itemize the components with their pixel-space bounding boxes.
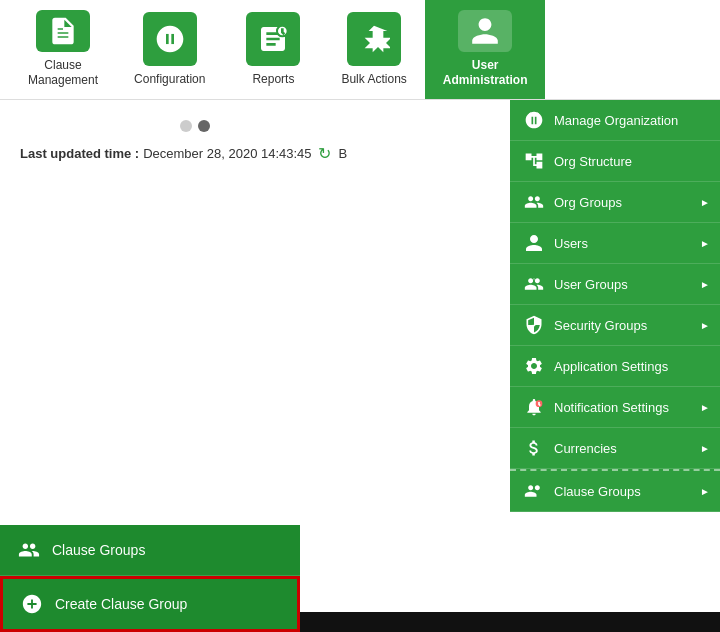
org-structure-label: Org Structure [554, 154, 632, 169]
user-administration-label: UserAdministration [443, 58, 528, 89]
users-arrow: ► [700, 238, 710, 249]
create-clause-group-label: Create Clause Group [55, 596, 187, 612]
clause-groups-right-label: Clause Groups [554, 484, 641, 499]
security-groups-label: Security Groups [554, 318, 647, 333]
clause-management-icon [36, 10, 90, 52]
user-admin-dropdown: Manage Organization Org Structure Org Gr… [510, 100, 720, 512]
clause-groups-label: Clause Groups [52, 542, 145, 558]
nav-user-administration[interactable]: UserAdministration [425, 0, 546, 99]
nav-reports[interactable]: Reports [223, 0, 323, 99]
main-content: Last updated time : December 28, 2020 14… [0, 100, 720, 632]
extra-text: B [339, 146, 348, 161]
notification-settings-arrow: ► [700, 402, 710, 413]
org-groups-label: Org Groups [554, 195, 622, 210]
clause-management-label: ClauseManagement [28, 58, 98, 89]
dropdown-clause-groups-right[interactable]: Clause Groups ► [510, 469, 720, 512]
nav-clause-management[interactable]: ClauseManagement [10, 0, 116, 99]
dropdown-notification-settings[interactable]: Notification Settings ► [510, 387, 720, 428]
configuration-label: Configuration [134, 72, 205, 88]
reports-label: Reports [252, 72, 294, 88]
bulk-actions-label: Bulk Actions [341, 72, 406, 88]
last-updated-label: Last updated time : [20, 146, 139, 161]
user-groups-arrow: ► [700, 279, 710, 290]
users-label: Users [554, 236, 588, 251]
last-updated-value: December 28, 2020 14:43:45 [143, 146, 311, 161]
org-groups-arrow: ► [700, 197, 710, 208]
dropdown-security-groups[interactable]: Security Groups ► [510, 305, 720, 346]
refresh-icon[interactable]: ↻ [318, 144, 331, 163]
configuration-icon [143, 12, 197, 66]
application-settings-label: Application Settings [554, 359, 668, 374]
clause-groups-submenu: Clause Groups Create Clause Group [0, 525, 300, 632]
dot-2 [198, 120, 210, 132]
nav-bulk-actions[interactable]: Bulk Actions [323, 0, 424, 99]
dropdown-org-structure[interactable]: Org Structure [510, 141, 720, 182]
manage-org-label: Manage Organization [554, 113, 678, 128]
user-administration-icon [458, 10, 512, 52]
bulk-actions-icon [347, 12, 401, 66]
dropdown-currencies[interactable]: Currencies ► [510, 428, 720, 469]
reports-icon [246, 12, 300, 66]
dropdown-users[interactable]: Users ► [510, 223, 720, 264]
currencies-label: Currencies [554, 441, 617, 456]
top-nav: ClauseManagement Configuration Reports B… [0, 0, 720, 100]
currencies-arrow: ► [700, 443, 710, 454]
clause-groups-right-arrow: ► [700, 486, 710, 497]
submenu-clause-groups[interactable]: Clause Groups [0, 525, 300, 576]
security-groups-arrow: ► [700, 320, 710, 331]
user-groups-label: User Groups [554, 277, 628, 292]
dot-1 [180, 120, 192, 132]
nav-configuration[interactable]: Configuration [116, 0, 223, 99]
dropdown-org-groups[interactable]: Org Groups ► [510, 182, 720, 223]
notification-settings-label: Notification Settings [554, 400, 669, 415]
dropdown-manage-org[interactable]: Manage Organization [510, 100, 720, 141]
submenu-create-clause-group[interactable]: Create Clause Group [0, 576, 300, 632]
dropdown-application-settings[interactable]: Application Settings [510, 346, 720, 387]
dropdown-user-groups[interactable]: User Groups ► [510, 264, 720, 305]
